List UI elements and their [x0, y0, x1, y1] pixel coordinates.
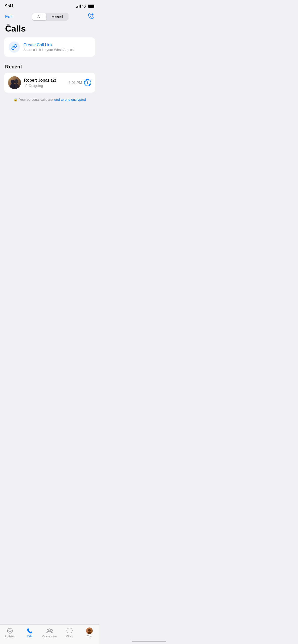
- outgoing-call-icon: [24, 84, 28, 87]
- call-info-button[interactable]: [84, 79, 91, 86]
- call-name: Robert Jonas (2): [24, 78, 66, 83]
- page-title-area: Calls: [0, 24, 99, 37]
- info-icon: [85, 79, 91, 86]
- encryption-notice: 🔒 Your personal calls are end-to-end enc…: [4, 98, 95, 101]
- page-title: Calls: [5, 24, 94, 33]
- encryption-text: Your personal calls are: [19, 98, 53, 101]
- svg-point-4: [14, 79, 18, 83]
- svg-point-3: [11, 80, 15, 84]
- segment-control: All Missed: [32, 13, 69, 21]
- wifi-icon: [82, 5, 86, 8]
- recent-section-title: Recent: [4, 64, 95, 70]
- status-bar: 9:41: [0, 0, 99, 11]
- svg-point-9: [87, 81, 88, 82]
- call-time: 1:01 PM: [69, 81, 82, 85]
- call-meta: 1:01 PM: [69, 79, 91, 86]
- signal-bars-icon: [76, 5, 81, 8]
- avatar: [8, 76, 21, 89]
- nav-bar: Edit All Missed: [0, 11, 99, 24]
- create-link-title: Create Call Link: [23, 43, 75, 47]
- link-icon-container: [9, 41, 20, 53]
- new-call-button[interactable]: [88, 13, 94, 21]
- main-content: Create Call Link Share a link for your W…: [0, 37, 99, 127]
- status-time: 9:41: [5, 4, 14, 9]
- phone-plus-icon: [88, 13, 94, 19]
- create-link-text: Create Call Link Share a link for your W…: [23, 43, 75, 52]
- segment-all[interactable]: All: [32, 13, 47, 20]
- segment-missed[interactable]: Missed: [46, 13, 68, 20]
- avatar-silhouette: [8, 76, 21, 89]
- battery-icon: [88, 5, 94, 8]
- table-row[interactable]: Robert Jonas (2) Outgoing 1:01 PM: [4, 73, 95, 93]
- edit-button[interactable]: Edit: [5, 14, 12, 19]
- link-icon: [11, 44, 17, 50]
- encryption-link[interactable]: end-to-end encrypted: [54, 98, 86, 101]
- direction-label: Outgoing: [29, 84, 43, 88]
- notification-dot: [7, 24, 10, 26]
- lock-icon: 🔒: [13, 98, 18, 101]
- call-info: Robert Jonas (2) Outgoing: [24, 78, 66, 88]
- status-icons: [76, 5, 94, 8]
- call-direction: Outgoing: [24, 84, 66, 88]
- create-call-link-card[interactable]: Create Call Link Share a link for your W…: [4, 37, 95, 57]
- create-link-subtitle: Share a link for your WhatsApp call: [23, 48, 75, 52]
